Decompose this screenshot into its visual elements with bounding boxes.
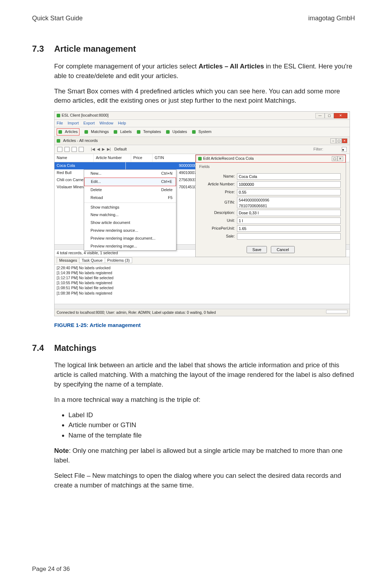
- lbl-gtin: GTIN:: [201, 200, 235, 205]
- log-line: [1:14:39 PM] No labels registered: [57, 270, 347, 275]
- matching-triple-list: Label ID Article number or GTIN Name of …: [68, 410, 355, 440]
- fld-price-per-unit[interactable]: [237, 225, 341, 232]
- lbl-unit: Unit:: [201, 218, 235, 224]
- sub-close-button[interactable]: ✕: [342, 138, 347, 143]
- main-tabbar: Articles Matchings Labels Templates Upda…: [55, 127, 350, 137]
- menu-help[interactable]: Help: [118, 121, 126, 125]
- col-article-number[interactable]: Article Number: [94, 154, 131, 162]
- fld-description[interactable]: [237, 210, 341, 216]
- para-74-1: The logical link between an article and …: [54, 361, 355, 389]
- para-74-3: Select File – New matchings to open the …: [54, 471, 355, 490]
- section-title-74: Matchings: [54, 342, 97, 354]
- lbl-sale: Sale:: [201, 234, 235, 239]
- dialog-title: Edit ArticleRecord Coca Cola: [203, 156, 332, 162]
- tab-system[interactable]: System: [192, 129, 212, 135]
- tool-delete-icon[interactable]: [72, 147, 77, 152]
- list-item: Article number or GTIN: [68, 420, 355, 430]
- subwindow-title: Articles - All records: [63, 138, 98, 144]
- tab-dot-icon: [58, 130, 62, 134]
- col-price[interactable]: Price: [131, 154, 153, 162]
- tab-articles[interactable]: Articles: [57, 128, 79, 136]
- tab-problems[interactable]: Problems (3): [105, 257, 132, 263]
- tab-messages[interactable]: Messages: [57, 257, 79, 263]
- ctx-new[interactable]: New...Ctrl+N: [84, 170, 176, 178]
- log-line: [1:10:55 PM] No labels registered: [57, 280, 347, 285]
- tab-dot-icon: [114, 130, 117, 134]
- list-item: Label ID: [68, 410, 355, 420]
- menu-export[interactable]: Export: [83, 121, 95, 125]
- figure-caption: FIGURE 1-25: Article management: [54, 321, 355, 329]
- nav-first-icon[interactable]: |◀: [91, 147, 95, 152]
- para-73-1: For complete management of your articles…: [54, 62, 355, 81]
- filter-dropdown-icon[interactable]: ▾: [342, 147, 347, 152]
- fld-gtin[interactable]: 54490000000996 7810700606681: [237, 197, 341, 208]
- log-line: [1:08:38 PM] No labels registered: [57, 291, 347, 296]
- para-73-2: The Smart Box comes with 4 predefined ar…: [54, 87, 355, 106]
- sub-minimize-button[interactable]: –: [330, 138, 336, 143]
- tab-matchings[interactable]: Matchings: [84, 129, 109, 135]
- fld-sale[interactable]: [237, 233, 341, 240]
- table-row[interactable]: Coca Cola: [55, 162, 195, 169]
- lbl-description: Description:: [201, 210, 235, 216]
- edit-dialog: Edit ArticleRecord Coca Cola ▢ ✕ Fields …: [195, 154, 346, 257]
- fld-article-number[interactable]: [237, 181, 341, 188]
- log-area: [2:28:40 PM] No labels unlocked [1:14:39…: [55, 265, 350, 304]
- dlg-maximize-button[interactable]: ▢: [332, 156, 337, 161]
- pager-label: Default: [114, 147, 127, 152]
- minimize-button[interactable]: —: [315, 113, 325, 118]
- tool-refresh-icon[interactable]: [79, 147, 84, 152]
- ctx-show-matchings[interactable]: Show matchings: [84, 204, 176, 211]
- ctx-delete[interactable]: DeleteDelete: [84, 186, 176, 194]
- maximize-button[interactable]: ▢: [325, 113, 334, 118]
- tab-labels[interactable]: Labels: [114, 129, 131, 135]
- menu-window[interactable]: Window: [99, 121, 113, 125]
- dlg-close-button[interactable]: ✕: [337, 156, 343, 161]
- ctx-reload[interactable]: ReloadF5: [84, 194, 176, 202]
- ctx-preview-rendering-image[interactable]: Preview rendering image...: [84, 242, 176, 250]
- ctx-show-article-document[interactable]: Show article document: [84, 219, 176, 227]
- log-line: [1:08:51 PM] No label file selected: [57, 285, 347, 290]
- ctx-edit[interactable]: Edit...Ctrl+E: [84, 178, 176, 186]
- para-74-note: Note: Only one matching per label is all…: [54, 446, 355, 465]
- ctx-preview-rendering-source[interactable]: Preview rendering source...: [84, 227, 176, 235]
- window-title: ESL Client [localhost:8000]: [62, 113, 315, 118]
- log-line: [1:12:17 PM] No label file selected: [57, 275, 347, 280]
- tab-dot-icon: [166, 130, 170, 134]
- fld-price[interactable]: [237, 189, 341, 195]
- horizontal-scrollbar[interactable]: [55, 304, 350, 309]
- window-titlebar: ESL Client [localhost:8000] — ▢ ✕: [55, 112, 350, 120]
- filter-label: Filter:: [314, 147, 324, 152]
- lbl-price: Price:: [201, 189, 235, 195]
- menu-import[interactable]: Import: [68, 121, 79, 125]
- sub-maximize-button[interactable]: ▢: [336, 138, 342, 143]
- menu-file[interactable]: File: [57, 121, 63, 125]
- fld-name[interactable]: [237, 173, 341, 180]
- nav-prev-icon[interactable]: ◀: [97, 147, 100, 152]
- cancel-button[interactable]: Cancel: [271, 246, 294, 253]
- page-footer: Page 24 of 36: [32, 565, 70, 574]
- fld-unit[interactable]: [237, 218, 341, 224]
- subwindow-icon: [57, 139, 60, 143]
- nav-last-icon[interactable]: ▶|: [107, 147, 111, 152]
- ctx-new-matching[interactable]: New matching...: [84, 211, 176, 219]
- tab-updates[interactable]: Updates: [166, 129, 187, 135]
- tool-edit-icon[interactable]: [64, 147, 69, 152]
- ctx-preview-rendering-image-document[interactable]: Preview rendering image document...: [84, 235, 176, 242]
- nav-next-icon[interactable]: ▶: [102, 147, 105, 152]
- toolbar: |◀ ◀ ▶ ▶| Default Filter: ▾: [55, 145, 350, 154]
- context-menu: New...Ctrl+N Edit...Ctrl+E DeleteDelete …: [84, 169, 176, 251]
- tool-new-icon[interactable]: [57, 147, 62, 152]
- close-button[interactable]: ✕: [334, 113, 347, 118]
- col-name[interactable]: Name: [55, 154, 94, 162]
- log-line: [2:28:40 PM] No labels unlocked: [57, 265, 347, 270]
- app-status-icon: [57, 114, 60, 117]
- tab-templates[interactable]: Templates: [137, 129, 161, 135]
- tab-dot-icon: [192, 130, 196, 134]
- save-button[interactable]: Save: [247, 246, 267, 253]
- section-number-73: 7.3: [32, 43, 54, 55]
- bottom-tabs: MessagesTask QueueProblems (3): [55, 257, 350, 265]
- list-item: Name of the template file: [68, 431, 355, 440]
- tab-dot-icon: [84, 130, 88, 134]
- progress-bar: [326, 310, 347, 313]
- tab-task-queue[interactable]: Task Queue: [79, 257, 105, 263]
